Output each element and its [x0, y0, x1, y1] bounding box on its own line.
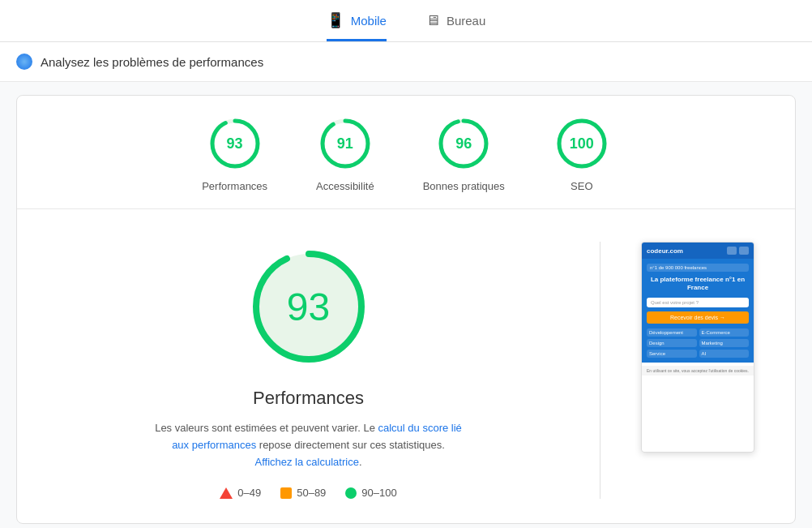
tab-mobile[interactable]: 📱 Mobile	[327, 11, 387, 41]
legend-red-icon	[220, 487, 233, 499]
detail-section: 93 Performances Les valeurs sont estimée…	[17, 209, 795, 523]
score-bonnes-pratiques[interactable]: 96 Bonnes pratiques	[423, 115, 505, 192]
preview-logo: codeur.com	[647, 247, 683, 255]
score-value-accessibilite: 91	[337, 135, 353, 152]
divider	[600, 242, 600, 499]
legend-good: 90–100	[345, 487, 396, 499]
score-label-accessibilite: Accessibilité	[316, 180, 374, 192]
legend-green-icon	[345, 487, 357, 499]
legend-medium: 50–89	[280, 487, 326, 499]
legend-medium-label: 50–89	[297, 487, 326, 499]
score-value-bonnes-pratiques: 96	[455, 135, 472, 152]
preview-body: n°1 de 900 000 freelances La plateforme …	[642, 259, 754, 363]
score-value-seo: 100	[570, 135, 594, 152]
scores-row: 93 Performances 91 Accessibilité 96	[17, 96, 795, 209]
preview-icon-2	[739, 247, 749, 255]
score-label-bonnes-pratiques: Bonnes pratiques	[423, 180, 505, 192]
preview-cat-2: Design	[647, 339, 697, 347]
tab-mobile-label: Mobile	[351, 14, 387, 28]
score-circle-seo: 100	[553, 115, 610, 172]
tab-bureau[interactable]: 🖥 Bureau	[425, 11, 485, 41]
preview-search: Quel est votre projet ?	[647, 298, 749, 307]
preview-icon-1	[727, 247, 737, 255]
preview-categories: Développement E-Commerce Design Marketin…	[647, 328, 749, 358]
preview-cat-4: Service	[647, 350, 697, 358]
analyze-dot-icon	[16, 54, 32, 70]
score-accessibilite[interactable]: 91 Accessibilité	[316, 115, 374, 192]
score-seo[interactable]: 100 SEO	[553, 115, 610, 192]
big-score-value: 93	[287, 285, 330, 329]
legend-bad-label: 0–49	[237, 487, 261, 499]
preview-header: codeur.com	[642, 243, 754, 259]
preview-cat-3: Marketing	[699, 339, 750, 347]
legend-orange-icon	[280, 487, 292, 499]
legend-bad: 0–49	[220, 487, 261, 499]
score-circle-bonnes-pratiques: 96	[435, 115, 492, 172]
preview-headline: La plateforme freelance n°1 en France	[647, 276, 749, 293]
legend-good-label: 90–100	[361, 487, 396, 499]
desc-text-1: Les valeurs sont estimées et peuvent var…	[155, 422, 375, 434]
tab-bureau-label: Bureau	[447, 14, 485, 28]
detail-right: codeur.com n°1 de 900 000 freelances La …	[633, 242, 763, 499]
desktop-icon: 🖥	[425, 12, 440, 29]
preview-cat-5: AI	[699, 350, 750, 358]
detail-description: Les valeurs sont estimées et peuvent var…	[155, 420, 463, 470]
calculator-link[interactable]: Affichez la calculatrice	[255, 456, 359, 468]
score-circle-performances: 93	[207, 115, 263, 172]
score-circle-accessibilite: 91	[317, 115, 374, 172]
analyze-bar: Analysez les problèmes de performances	[0, 42, 812, 82]
preview-icons	[727, 247, 749, 255]
detail-title: Performances	[253, 388, 364, 409]
detail-left: 93 Performances Les valeurs sont estimée…	[49, 242, 567, 499]
preview-cookie-notice: En utilisant ce site, vous acceptez l'ut…	[642, 366, 754, 376]
preview-cat-0: Développement	[647, 328, 697, 337]
big-score-circle: 93	[244, 242, 374, 371]
preview-cta: Recevoir des devis →	[647, 311, 749, 324]
mobile-icon: 📱	[327, 11, 344, 29]
legend-row: 0–49 50–89 90–100	[220, 487, 396, 499]
score-label-seo: SEO	[571, 180, 592, 192]
tabs-bar: 📱 Mobile 🖥 Bureau	[0, 0, 812, 42]
score-value-performances: 93	[227, 135, 243, 152]
preview-cat-1: E-Commerce	[699, 328, 750, 337]
main-card: 93 Performances 91 Accessibilité 96	[16, 95, 796, 524]
mobile-preview: codeur.com n°1 de 900 000 freelances La …	[641, 242, 754, 453]
mobile-preview-wrapper: codeur.com n°1 de 900 000 freelances La …	[641, 242, 754, 453]
score-label-performances: Performances	[202, 180, 267, 192]
preview-badge: n°1 de 900 000 freelances	[647, 264, 749, 272]
analyze-title: Analysez les problèmes de performances	[41, 55, 263, 69]
score-performances[interactable]: 93 Performances	[202, 115, 267, 192]
